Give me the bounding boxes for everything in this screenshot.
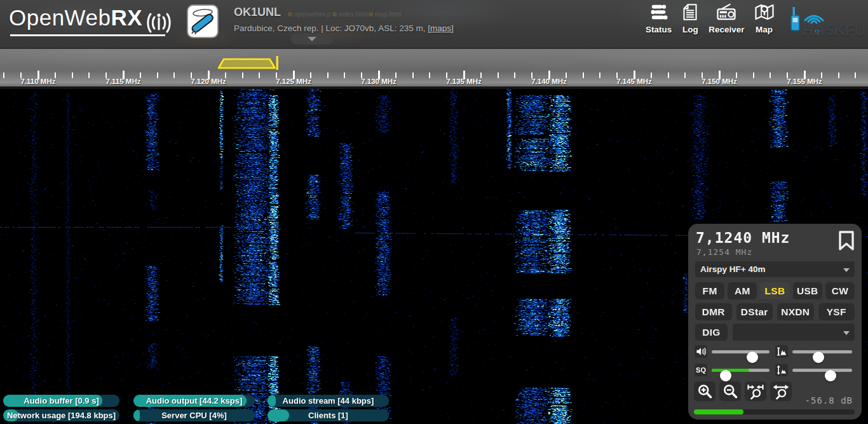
waterfall-auto-adjust-icon: [776, 365, 787, 375]
frequency-scale[interactable]: 7.110 MHz7.115 MHz7.120 MHz7.125 MHz7.13…: [0, 48, 868, 89]
mode-button-usb[interactable]: USB: [793, 282, 822, 299]
waterfall-max-knob[interactable]: [813, 352, 824, 363]
status-bar-label: Clients [1]: [268, 409, 389, 421]
digital-mode-select[interactable]: [733, 324, 855, 341]
nav-label: Log: [682, 25, 698, 34]
squelch-slider-knob[interactable]: [720, 370, 731, 381]
chevron-down-icon: [843, 331, 850, 335]
status-bar-label: Network usage [194.8 kbps]: [3, 409, 119, 421]
openwebrx-app: openwebrx.pindex.htmlmap.html OpenWebRX: [0, 0, 868, 424]
openwebrx-logo[interactable]: OpenWebRX: [9, 5, 173, 37]
waterfall-colors-button[interactable]: [775, 345, 788, 358]
chevron-down-icon: [843, 268, 850, 272]
logo-text: OpenWebRX: [9, 5, 142, 31]
nav-label: Status: [646, 25, 672, 34]
zoom-to-bandpass-icon: [747, 383, 764, 400]
signal-level-fill: [712, 369, 749, 372]
station-description: Pardubice, Czech rep. | Loc: JO70vb, ASL…: [234, 24, 454, 33]
log-icon: [682, 3, 698, 24]
station-callsign: OK1UNL: [234, 6, 454, 19]
profile-select[interactable]: Airspy HF+ 40m: [695, 261, 855, 277]
maps-link[interactable]: [maps]: [428, 24, 454, 33]
top-navigation: StatusLogReceiverMap: [646, 3, 774, 34]
status-bar-label: Audio stream [44 kbps]: [268, 395, 389, 407]
nav-label: Map: [756, 25, 773, 34]
map-icon: [755, 3, 774, 24]
header-collapse-button[interactable]: [291, 34, 333, 44]
antenna-wave-icon: [145, 8, 173, 37]
mode-buttons-row2: DMRDStarNXDNYSF: [695, 303, 855, 320]
volume-slider-knob[interactable]: [747, 352, 758, 363]
status-bar-label: Audio output [44.2 ksps]: [133, 395, 255, 407]
mode-button-nxdn[interactable]: NXDN: [777, 303, 814, 320]
status-bar: Network usage [194.8 kbps]: [3, 409, 119, 421]
mute-button[interactable]: [695, 345, 707, 358]
nav-item-receiver[interactable]: Receiver: [709, 3, 744, 34]
logo-underline: [10, 34, 165, 36]
status-bar: Audio buffer [0.9 s]: [3, 395, 119, 407]
status-bar: Audio stream [44 kbps]: [268, 395, 389, 407]
zoom-full-band-button[interactable]: [770, 381, 792, 401]
nav-item-log[interactable]: Log: [682, 3, 698, 34]
waterfall-auto-adjust-button[interactable]: [775, 364, 788, 376]
signal-meter-fill: [694, 409, 743, 414]
zoom-in-button[interactable]: [694, 381, 715, 401]
status-bar-label: Audio buffer [0.9 s]: [3, 395, 119, 407]
squelch-waterfall-slider-row: SQ: [695, 364, 855, 376]
secondary-frequency-display: 7,1254 MHz: [696, 247, 752, 257]
mode-button-ysf[interactable]: YSF: [818, 303, 855, 320]
squelch-slider[interactable]: [712, 369, 770, 372]
nav-item-status[interactable]: Status: [646, 3, 672, 34]
zoom-full-band-icon: [772, 383, 790, 400]
bookmark-button[interactable]: [838, 231, 855, 254]
mode-button-fm[interactable]: FM: [695, 282, 724, 299]
zoom-out-icon: [722, 383, 738, 400]
waterfall-colors-icon: [776, 346, 787, 357]
mode-button-lsb[interactable]: LSB: [760, 282, 789, 299]
zoom-out-button[interactable]: [719, 381, 741, 401]
status-bar-label: Server CPU [4%]: [133, 409, 255, 421]
status-bar: Server CPU [4%]: [133, 409, 255, 421]
status-icon: [649, 3, 668, 24]
receiver-icon: [716, 3, 736, 24]
signal-level-db: -56.8 dB: [805, 395, 853, 406]
nav-item-map[interactable]: Map: [755, 3, 774, 34]
brand-text: HA5KFU: [803, 22, 866, 39]
nav-label: Receiver: [709, 25, 744, 34]
volume-waterfall-slider-row: [695, 345, 855, 358]
bookmark-icon: [838, 231, 855, 251]
bandpass-filter-indicator[interactable]: [0, 48, 868, 89]
receiver-panel: 7,1240 MHz 7,1254 MHz Airspy HF+ 40m FMA…: [688, 224, 862, 420]
status-bars: Audio buffer [0.9 s]Audio output [44.2 k…: [0, 392, 445, 424]
zoom-in-icon: [696, 383, 713, 400]
ha5kfu-logo: HA5KFU: [786, 6, 864, 41]
zoom-to-bandpass-button[interactable]: [745, 381, 766, 401]
header: openwebrx.pindex.htmlmap.html OpenWebRX: [0, 0, 868, 49]
volume-slider[interactable]: [712, 350, 770, 353]
photo-badge-swiss-knife[interactable]: [187, 4, 219, 38]
waterfall-min-slider[interactable]: [792, 369, 852, 372]
mode-button-dmr[interactable]: DMR: [695, 303, 732, 320]
zoom-controls: [694, 381, 792, 401]
signal-meter: [694, 409, 855, 414]
mode-button-cw[interactable]: CW: [825, 282, 855, 299]
mode-button-am[interactable]: AM: [728, 282, 757, 299]
speaker-icon: [696, 346, 706, 357]
squelch-button[interactable]: SQ: [695, 364, 707, 376]
tuned-frequency-display[interactable]: 7,1240 MHz: [696, 229, 790, 246]
station-info: OK1UNL Pardubice, Czech rep. | Loc: JO70…: [234, 6, 454, 33]
mode-button-dstar[interactable]: DStar: [736, 303, 773, 320]
status-bar: Audio output [44.2 ksps]: [133, 395, 255, 407]
waterfall-max-slider[interactable]: [792, 350, 852, 353]
waterfall-min-knob[interactable]: [825, 370, 836, 381]
mode-buttons-row1: FMAMLSBUSBCW: [695, 282, 855, 299]
status-bar: Clients [1]: [268, 409, 389, 421]
mode-button-dig[interactable]: DIG: [695, 324, 728, 341]
chevron-down-icon: [308, 37, 316, 41]
